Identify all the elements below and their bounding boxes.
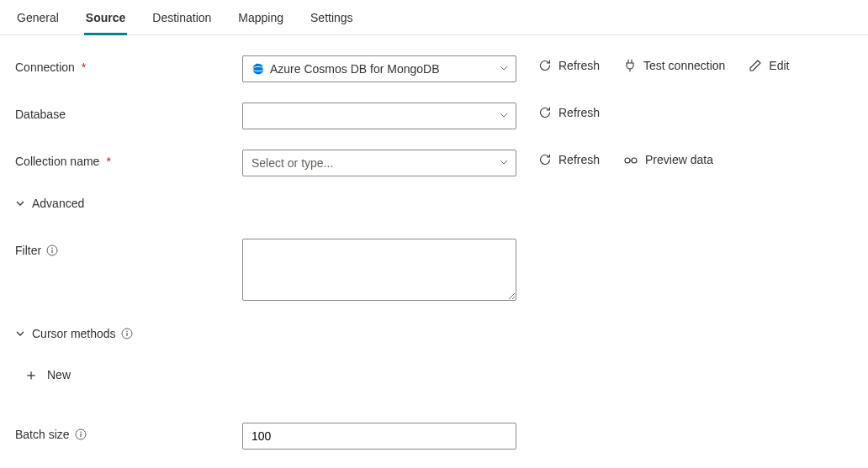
chevron-down-icon (15, 198, 25, 208)
advanced-toggle[interactable]: Advanced (15, 197, 84, 210)
svg-rect-12 (80, 434, 81, 437)
refresh-icon (538, 59, 552, 72)
cursor-methods-toggle[interactable]: Cursor methods (15, 327, 116, 340)
refresh-icon (538, 153, 552, 166)
svg-rect-9 (126, 333, 127, 336)
source-form: Connection * Azure Cosmos DB for MongoDB… (0, 35, 868, 468)
svg-point-3 (632, 158, 637, 163)
tab-source[interactable]: Source (84, 11, 127, 35)
refresh-collection-button[interactable]: Refresh (538, 153, 600, 166)
connection-select[interactable]: Azure Cosmos DB for MongoDB (242, 55, 516, 82)
refresh-icon (538, 106, 552, 119)
tab-bar: General Source Destination Mapping Setti… (0, 0, 868, 35)
info-icon[interactable] (75, 429, 87, 440)
plug-icon (623, 59, 637, 72)
cosmos-db-icon (251, 62, 265, 76)
info-icon[interactable] (46, 245, 58, 256)
refresh-database-button[interactable]: Refresh (538, 106, 600, 119)
svg-point-11 (80, 431, 82, 433)
batch-size-label: Batch size (15, 428, 70, 441)
chevron-down-icon (499, 109, 509, 123)
collection-label: Collection name (15, 155, 99, 168)
collection-select[interactable]: Select or type... (242, 150, 516, 176)
pencil-icon (749, 59, 762, 72)
chevron-down-icon (15, 329, 25, 339)
tab-mapping[interactable]: Mapping (236, 11, 285, 35)
test-connection-button[interactable]: Test connection (623, 59, 725, 72)
filter-textarea[interactable] (242, 239, 516, 301)
required-marker: * (82, 60, 86, 74)
database-select[interactable] (242, 103, 516, 129)
refresh-connection-button[interactable]: Refresh (538, 59, 600, 72)
new-cursor-method-button[interactable]: ＋ New (15, 367, 71, 382)
tab-settings[interactable]: Settings (309, 11, 355, 35)
plus-icon: ＋ (24, 367, 39, 382)
database-label: Database (15, 108, 66, 121)
svg-point-2 (625, 158, 630, 163)
connection-label: Connection (15, 60, 75, 74)
preview-data-button[interactable]: Preview data (623, 153, 713, 166)
chevron-down-icon (499, 156, 509, 170)
filter-label: Filter (15, 244, 41, 257)
tab-general[interactable]: General (15, 11, 61, 35)
edit-connection-button[interactable]: Edit (749, 59, 789, 72)
chevron-down-icon (499, 62, 509, 76)
svg-point-8 (126, 330, 128, 332)
glasses-icon (623, 153, 638, 166)
tab-destination[interactable]: Destination (151, 11, 213, 35)
required-marker: * (106, 155, 110, 168)
batch-size-input[interactable] (251, 429, 490, 443)
svg-point-5 (51, 247, 53, 249)
connection-value: Azure Cosmos DB for MongoDB (270, 62, 440, 76)
svg-rect-6 (52, 250, 53, 253)
info-icon[interactable] (121, 328, 133, 339)
collection-placeholder: Select or type... (251, 156, 333, 170)
batch-size-input-wrapper (242, 423, 516, 450)
